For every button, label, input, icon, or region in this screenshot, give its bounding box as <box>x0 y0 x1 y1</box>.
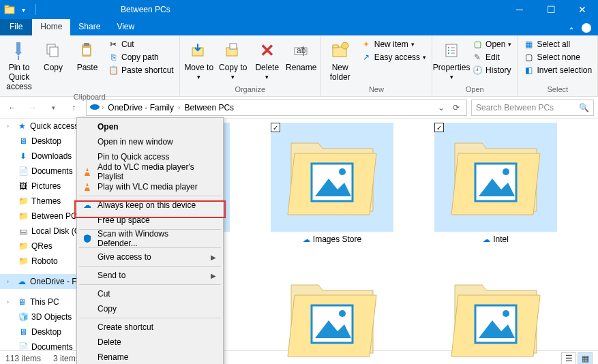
addr-dropdown-icon[interactable]: ⌄ <box>434 103 449 112</box>
svg-rect-17 <box>333 45 338 48</box>
forward-button[interactable]: → <box>25 100 41 116</box>
ribbon-tabs: File Home Share View ⌃ ? <box>0 19 598 35</box>
cut-button[interactable]: ✂Cut <box>105 38 177 50</box>
copyto-button[interactable]: Copy to▾ <box>217 38 250 82</box>
newfolder-button[interactable]: New folder <box>324 38 357 83</box>
rename-button[interactable]: abRename <box>285 38 318 74</box>
window-title: Between PCs <box>39 5 170 14</box>
ctx-freeup[interactable]: Free up space <box>78 213 222 228</box>
ctx-rename[interactable]: Rename <box>78 350 222 364</box>
ctx-open[interactable]: Open <box>78 119 222 134</box>
selectnone-button[interactable]: ▢Select none <box>520 51 595 63</box>
ctx-playvlc[interactable]: Play with VLC media player <box>78 179 222 194</box>
back-button[interactable]: ← <box>4 100 20 116</box>
chevron-right-icon[interactable]: › <box>178 104 180 111</box>
delete-button[interactable]: ✕Delete▾ <box>251 38 284 82</box>
help-icon[interactable]: ? <box>582 23 591 33</box>
vlc-icon <box>82 166 93 177</box>
folder-icon <box>4 4 15 15</box>
ctx-createshortcut[interactable]: Create shortcut <box>78 320 222 335</box>
edit-button[interactable]: ✎Edit <box>469 51 514 63</box>
submenu-arrow-icon: ▶ <box>211 272 216 279</box>
close-button[interactable]: ✕ <box>567 0 598 19</box>
status-item-count: 113 items <box>5 354 41 363</box>
easyaccess-button[interactable]: ↗Easy access ▾ <box>358 51 429 63</box>
checkbox-checked-icon[interactable]: ✓ <box>271 123 280 132</box>
search-icon: 🔍 <box>579 103 589 112</box>
svg-rect-9 <box>83 48 90 55</box>
view-details-button[interactable]: ☰ <box>561 352 576 365</box>
svg-point-20 <box>448 47 449 48</box>
chevron-right-icon[interactable]: › <box>102 104 104 111</box>
onedrive-icon <box>89 102 100 112</box>
cloud-icon: ☁ <box>483 235 490 244</box>
svg-rect-1 <box>5 5 9 7</box>
svg-rect-6 <box>50 47 58 57</box>
ctx-opennew[interactable]: Open in new window <box>78 134 222 149</box>
pasteshortcut-button[interactable]: 📋Paste shortcut <box>105 64 177 76</box>
onedrive-icon: ☁ <box>82 200 93 211</box>
svg-rect-12 <box>230 44 237 49</box>
history-button[interactable]: 🕘History <box>469 64 514 76</box>
minimize-button[interactable]: ─ <box>504 0 535 19</box>
breadcrumb-seg1[interactable]: OneDrive - Family <box>105 103 177 112</box>
svg-point-22 <box>448 52 449 54</box>
folder-item[interactable]: ✓ ☁Images Store <box>271 123 393 244</box>
svg-rect-8 <box>84 43 89 46</box>
up-button[interactable]: ↑ <box>65 100 82 116</box>
svg-rect-2 <box>16 42 20 52</box>
invertselection-button[interactable]: ◧Invert selection <box>520 64 595 76</box>
shield-icon <box>82 233 93 244</box>
svg-point-21 <box>448 50 449 51</box>
pin-quickaccess-button[interactable]: Pin to Quick access <box>3 38 35 93</box>
ctx-alwayskeep[interactable]: ☁Always keep on this device <box>78 198 222 213</box>
selectall-button[interactable]: ▦Select all <box>520 38 595 50</box>
open-button[interactable]: ▢Open ▾ <box>469 38 514 50</box>
checkbox-checked-icon[interactable]: ✓ <box>434 123 444 132</box>
ctx-defender[interactable]: Scan with Windows Defender... <box>78 231 222 246</box>
ctx-addvlc[interactable]: Add to VLC media player's Playlist <box>78 164 222 179</box>
search-placeholder: Search Between PCs <box>476 103 554 112</box>
ctx-giveaccess[interactable]: Give access to▶ <box>78 249 222 264</box>
context-menu: Open Open in new window Pin to Quick acc… <box>76 117 224 364</box>
svg-rect-33 <box>85 186 89 187</box>
title-bar: ▾ Between PCs ─ ☐ ✕ <box>0 0 598 19</box>
submenu-arrow-icon: ▶ <box>211 254 216 261</box>
ctx-sendto[interactable]: Send to▶ <box>78 268 222 283</box>
svg-text:ab: ab <box>297 46 306 55</box>
properties-button[interactable]: Properties▾ <box>435 38 468 82</box>
tab-file[interactable]: File <box>0 19 32 35</box>
qat-dropdown-icon[interactable]: ▾ <box>18 4 29 15</box>
moveto-button[interactable]: Move to▾ <box>183 38 215 82</box>
tab-home[interactable]: Home <box>32 19 70 35</box>
ctx-cut[interactable]: Cut <box>78 286 222 301</box>
cloud-icon: ☁ <box>303 235 310 244</box>
ribbon-collapse-icon[interactable]: ⌃ <box>561 26 582 35</box>
copy-button[interactable]: Copy <box>37 38 70 74</box>
address-bar: ← → ▾ ↑ › OneDrive - Family › Between PC… <box>0 97 598 119</box>
breadcrumb[interactable]: › OneDrive - Family › Between PCs ⌄ ⟳ <box>86 100 467 116</box>
breadcrumb-seg2[interactable]: Between PCs <box>181 103 237 112</box>
folder-item[interactable]: ✓ ☁Intel <box>434 123 557 244</box>
refresh-icon[interactable]: ⟳ <box>449 103 464 112</box>
search-input[interactable]: Search Between PCs 🔍 <box>471 100 594 116</box>
svg-rect-31 <box>85 171 89 172</box>
copypath-button[interactable]: ⎘Copy path <box>105 51 177 63</box>
recent-dropdown[interactable]: ▾ <box>45 100 61 116</box>
ctx-delete[interactable]: Delete <box>78 335 222 350</box>
ctx-copy[interactable]: Copy <box>78 301 222 316</box>
paste-button[interactable]: Paste <box>71 38 104 74</box>
view-icons-button[interactable]: ▦ <box>578 352 593 365</box>
vlc-icon <box>82 181 93 192</box>
maximize-button[interactable]: ☐ <box>535 0 567 19</box>
svg-point-26 <box>90 104 100 110</box>
newitem-button[interactable]: ✦New item ▾ <box>358 38 429 50</box>
tab-share[interactable]: Share <box>70 19 108 35</box>
svg-marker-3 <box>15 52 22 56</box>
svg-point-18 <box>342 42 348 49</box>
ribbon: Pin to Quick access Copy Paste ✂Cut ⎘Cop… <box>0 35 598 97</box>
tab-view[interactable]: View <box>108 19 143 35</box>
folder-item[interactable] <box>434 264 557 364</box>
folder-item[interactable] <box>271 264 393 364</box>
